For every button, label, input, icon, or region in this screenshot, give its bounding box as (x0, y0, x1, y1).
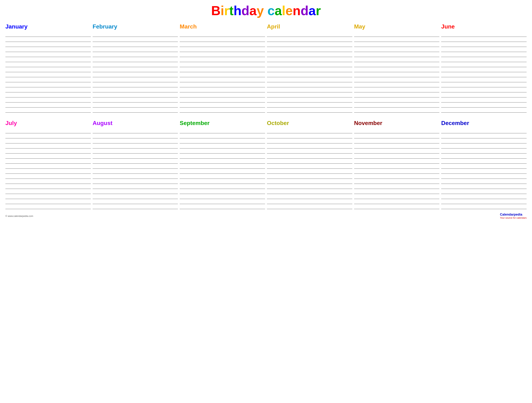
line[interactable] (267, 108, 352, 113)
line[interactable] (180, 108, 265, 113)
line[interactable] (93, 72, 178, 77)
line[interactable] (180, 37, 265, 42)
line[interactable] (441, 204, 527, 209)
line[interactable] (441, 138, 527, 143)
line[interactable] (354, 62, 440, 67)
line[interactable] (180, 87, 265, 92)
line[interactable] (93, 179, 178, 184)
line[interactable] (267, 47, 352, 52)
line[interactable] (180, 138, 265, 143)
line[interactable] (180, 92, 265, 98)
line[interactable] (93, 87, 178, 92)
line[interactable] (354, 42, 440, 47)
line[interactable] (93, 37, 178, 42)
line[interactable] (441, 184, 527, 189)
line[interactable] (93, 52, 178, 57)
line[interactable] (93, 42, 178, 47)
line[interactable] (267, 179, 352, 184)
line[interactable] (180, 128, 265, 133)
line[interactable] (267, 98, 352, 103)
line[interactable] (5, 72, 91, 77)
line[interactable] (93, 169, 178, 174)
line[interactable] (180, 189, 265, 194)
line[interactable] (441, 52, 527, 57)
line[interactable] (93, 174, 178, 179)
line[interactable] (354, 47, 440, 52)
line[interactable] (93, 138, 178, 143)
line[interactable] (354, 72, 440, 77)
line[interactable] (93, 47, 178, 52)
line[interactable] (441, 169, 527, 174)
line[interactable] (180, 62, 265, 67)
line[interactable] (93, 204, 178, 209)
line[interactable] (93, 77, 178, 82)
line[interactable] (267, 87, 352, 92)
line[interactable] (180, 159, 265, 164)
line[interactable] (441, 67, 527, 72)
line[interactable] (93, 149, 178, 154)
line[interactable] (5, 154, 91, 159)
line[interactable] (93, 32, 178, 37)
line[interactable] (354, 92, 440, 98)
line[interactable] (267, 92, 352, 98)
line[interactable] (267, 82, 352, 87)
line[interactable] (180, 169, 265, 174)
line[interactable] (5, 108, 91, 113)
line[interactable] (5, 128, 91, 133)
line[interactable] (354, 159, 440, 164)
line[interactable] (441, 42, 527, 47)
line[interactable] (441, 149, 527, 154)
line[interactable] (441, 133, 527, 138)
line[interactable] (267, 204, 352, 209)
line[interactable] (441, 103, 527, 108)
line[interactable] (93, 199, 178, 204)
line[interactable] (5, 174, 91, 179)
line[interactable] (180, 164, 265, 169)
line[interactable] (267, 62, 352, 67)
line[interactable] (180, 184, 265, 189)
line[interactable] (441, 77, 527, 82)
line[interactable] (180, 204, 265, 209)
line[interactable] (93, 62, 178, 67)
line[interactable] (93, 103, 178, 108)
line[interactable] (441, 159, 527, 164)
line[interactable] (5, 184, 91, 189)
line[interactable] (354, 154, 440, 159)
line[interactable] (180, 67, 265, 72)
line[interactable] (5, 52, 91, 57)
line[interactable] (354, 138, 440, 143)
line[interactable] (354, 87, 440, 92)
line[interactable] (5, 77, 91, 82)
line[interactable] (354, 128, 440, 133)
line[interactable] (267, 184, 352, 189)
line[interactable] (441, 179, 527, 184)
line[interactable] (354, 32, 440, 37)
line[interactable] (5, 169, 91, 174)
line[interactable] (180, 47, 265, 52)
line[interactable] (354, 98, 440, 103)
line[interactable] (441, 37, 527, 42)
line[interactable] (354, 149, 440, 154)
line[interactable] (267, 189, 352, 194)
line[interactable] (354, 174, 440, 179)
line[interactable] (267, 149, 352, 154)
line[interactable] (267, 128, 352, 133)
line[interactable] (93, 164, 178, 169)
line[interactable] (267, 138, 352, 143)
line[interactable] (354, 179, 440, 184)
line[interactable] (180, 149, 265, 154)
line[interactable] (5, 103, 91, 108)
line[interactable] (5, 37, 91, 42)
line[interactable] (267, 72, 352, 77)
line[interactable] (180, 72, 265, 77)
line[interactable] (180, 133, 265, 138)
line[interactable] (5, 133, 91, 138)
line[interactable] (5, 92, 91, 98)
line[interactable] (93, 143, 178, 149)
line[interactable] (267, 103, 352, 108)
line[interactable] (93, 128, 178, 133)
line[interactable] (354, 82, 440, 87)
line[interactable] (354, 194, 440, 199)
line[interactable] (441, 164, 527, 169)
line[interactable] (441, 92, 527, 98)
